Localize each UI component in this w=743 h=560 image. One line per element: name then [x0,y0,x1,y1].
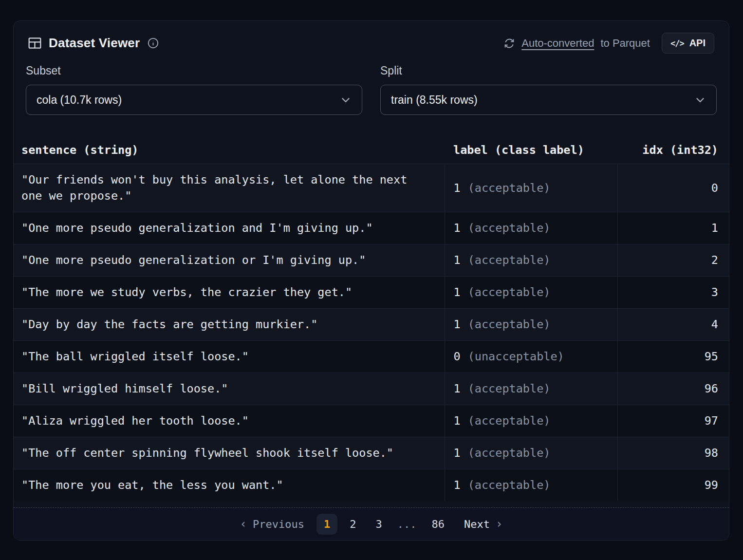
idx-cell: 96 [617,373,729,405]
dataset-viewer-card: Dataset Viewer Aut [13,20,729,541]
page-button-1[interactable]: 1 [316,514,337,535]
label-name: (acceptable) [468,181,551,195]
subset-label: Subset [26,64,362,77]
chevron-down-icon [339,93,352,106]
label-cell: 0(unacceptable) [445,341,617,373]
table-row: "Day by day the facts are getting murkie… [14,309,729,341]
label-cell: 1(acceptable) [445,437,617,469]
controls-row: Subset cola (10.7k rows) Split train (8.… [14,56,729,115]
sentence-cell: "The ball wriggled itself loose." [14,341,445,373]
chevron-right-icon: › [496,517,502,531]
table-row: "The ball wriggled itself loose." 0(unac… [14,341,729,373]
idx-cell: 0 [617,164,729,212]
page-button-86[interactable]: 86 [424,514,452,535]
title-group: Dataset Viewer [28,36,159,51]
table-row: "One more pseudo generalization or I'm g… [14,244,729,277]
column-header-label: label (class label) [445,137,617,164]
label-cell: 1(acceptable) [445,469,617,502]
sentence-cell: "The off center spinning flywheel shook … [14,437,445,469]
label-name: (acceptable) [468,414,551,428]
label-value: 1 [454,221,461,235]
subset-control: Subset cola (10.7k rows) [26,64,362,115]
table-row: "Our friends won't buy this analysis, le… [14,164,729,212]
label-cell: 1(acceptable) [445,405,617,437]
sentence-cell: "Aliza wriggled her tooth loose." [14,405,445,437]
idx-cell: 4 [617,309,729,341]
label-value: 1 [454,285,461,299]
pagination: ‹ Previous 123...86 Next › [14,507,729,540]
label-name: (acceptable) [468,221,551,235]
label-cell: 1(acceptable) [445,373,617,405]
idx-cell: 95 [617,341,729,373]
label-value: 1 [454,414,461,428]
refresh-icon [503,37,515,49]
label-value: 1 [454,253,461,267]
idx-cell: 97 [617,405,729,437]
label-name: (acceptable) [468,285,551,299]
label-cell: 1(acceptable) [445,164,617,212]
label-value: 1 [454,181,461,195]
label-name: (acceptable) [468,446,551,460]
previous-label: Previous [253,518,304,530]
sentence-cell: "Bill wriggled himself loose." [14,373,445,405]
header-actions: Auto-converted to Parquet </> API [503,33,714,54]
auto-converted-suffix: to Parquet [600,37,650,50]
dataset-table: sentence (string) label (class label) id… [14,137,729,501]
subset-select[interactable]: cola (10.7k rows) [26,85,362,115]
label-value: 1 [454,382,461,395]
api-button-label: API [689,37,706,49]
info-icon[interactable] [147,37,159,49]
next-label: Next [464,518,490,530]
chevron-left-icon: ‹ [240,517,247,531]
split-select-value: train (8.55k rows) [391,93,478,107]
table-icon [28,37,41,49]
label-cell: 1(acceptable) [445,277,617,309]
table-row: "Aliza wriggled her tooth loose." 1(acce… [14,405,729,437]
table-row: "Bill wriggled himself loose." 1(accepta… [14,373,729,405]
table-row: "The more you eat, the less you want." 1… [14,469,729,502]
sentence-cell: "The more we study verbs, the crazier th… [14,277,445,309]
table-header: sentence (string) label (class label) id… [14,137,729,164]
label-cell: 1(acceptable) [445,244,617,277]
column-header-idx: idx (int32) [617,137,729,164]
idx-cell: 3 [617,277,729,309]
idx-cell: 99 [617,469,729,502]
api-button[interactable]: </> API [662,33,714,54]
label-value: 0 [454,350,461,363]
sentence-cell: "The more you eat, the less you want." [14,469,445,502]
page-button-2[interactable]: 2 [342,514,363,535]
label-value: 1 [454,317,461,331]
page-title: Dataset Viewer [49,36,140,51]
label-cell: 1(acceptable) [445,309,617,341]
label-value: 1 [454,478,461,492]
previous-page-button[interactable]: ‹ Previous [233,513,312,535]
auto-converted-link[interactable]: Auto-converted [521,37,594,50]
next-page-button[interactable]: Next › [457,513,510,535]
label-name: (acceptable) [468,478,551,492]
sentence-cell: "One more pseudo generalization or I'm g… [14,244,445,277]
label-name: (acceptable) [468,317,551,331]
label-value: 1 [454,446,461,460]
card-header: Dataset Viewer Aut [14,21,729,56]
page-ellipsis: ... [394,514,420,535]
page-button-3[interactable]: 3 [368,514,389,535]
sentence-cell: "Our friends won't buy this analysis, le… [14,164,445,212]
idx-cell: 98 [617,437,729,469]
table-row: "One more pseudo generalization and I'm … [14,212,729,244]
split-select[interactable]: train (8.55k rows) [380,85,717,115]
auto-converted-note: Auto-converted to Parquet [503,37,650,50]
label-name: (unacceptable) [468,350,564,363]
table-body: "Our friends won't buy this analysis, le… [14,164,729,502]
sentence-cell: "Day by day the facts are getting murkie… [14,309,445,341]
idx-cell: 1 [617,212,729,244]
table-row: "The off center spinning flywheel shook … [14,437,729,469]
split-control: Split train (8.55k rows) [380,64,717,115]
idx-cell: 2 [617,244,729,277]
sentence-cell: "One more pseudo generalization and I'm … [14,212,445,244]
subset-select-value: cola (10.7k rows) [37,93,122,107]
label-cell: 1(acceptable) [445,212,617,244]
table-row: "The more we study verbs, the crazier th… [14,277,729,309]
label-name: (acceptable) [468,382,551,395]
column-header-sentence: sentence (string) [14,137,445,164]
split-label: Split [380,64,717,77]
